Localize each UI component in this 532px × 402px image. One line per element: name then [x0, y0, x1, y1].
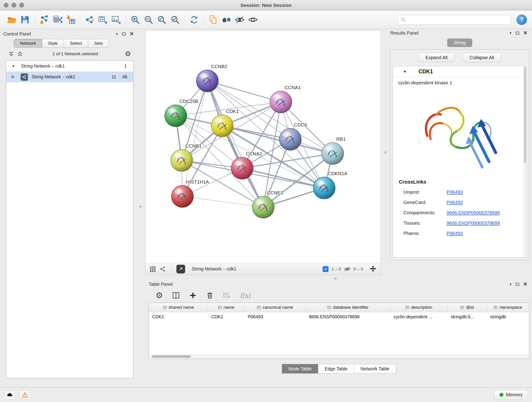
cell-database-identifier[interactable]: 9606.ENSP00000378699: [306, 312, 390, 321]
zoom-selected-button[interactable]: [168, 13, 182, 27]
cell-name[interactable]: CDK1: [208, 312, 244, 321]
maximize-window-button[interactable]: [19, 3, 24, 7]
node-RB1[interactable]: [322, 143, 344, 165]
cell-description[interactable]: cyclin-dependent ...: [390, 312, 447, 321]
splitter-handle[interactable]: [385, 151, 387, 153]
node-CDC6[interactable]: [279, 128, 301, 150]
crosslink-link[interactable]: 9606.ENSP00000378699: [447, 218, 500, 228]
crosslink-link[interactable]: P06493: [447, 228, 463, 238]
share-icon[interactable]: [159, 266, 166, 273]
collapse-all-icon[interactable]: [8, 51, 14, 57]
expand-all-button[interactable]: Expand All: [418, 53, 455, 62]
save-session-button[interactable]: [18, 13, 32, 27]
zoom-in-button[interactable]: [128, 13, 142, 27]
gene-header[interactable]: ▼ CDK1: [393, 66, 526, 77]
table-settings-button[interactable]: ⚙: [156, 291, 163, 300]
column-header-id[interactable]: @id: [447, 303, 487, 312]
cell-shared-name[interactable]: CDK1: [149, 312, 208, 321]
node-CCNB2[interactable]: [196, 70, 218, 92]
node-CDKN1A[interactable]: [313, 177, 335, 199]
grid-icon[interactable]: [149, 266, 156, 273]
cell-namespace[interactable]: stringdb: [487, 312, 529, 321]
tab-select[interactable]: Select: [64, 39, 88, 47]
caret-down-icon[interactable]: ▾: [510, 282, 512, 287]
close-icon[interactable]: ✕: [130, 31, 134, 37]
edge-HIST1H1A-CCNE1[interactable]: [182, 196, 263, 207]
close-icon[interactable]: ✕: [523, 30, 527, 36]
open-session-button[interactable]: [5, 13, 18, 27]
cell-id[interactable]: stringdb:9...: [447, 312, 487, 321]
import-table-button[interactable]: [64, 13, 77, 27]
refresh-button[interactable]: [187, 13, 201, 27]
node-CCNB1[interactable]: [171, 149, 193, 172]
float-icon[interactable]: [516, 32, 519, 35]
tree-caret-icon[interactable]: ▼: [403, 70, 407, 74]
node-CCNA1[interactable]: [270, 91, 292, 113]
cloud-button[interactable]: [4, 390, 16, 400]
column-header-canonical-name[interactable]: canonical name: [244, 303, 306, 312]
delete-column-button[interactable]: [206, 292, 214, 299]
tab-string[interactable]: String: [447, 38, 472, 47]
crosslink-link[interactable]: P06493: [447, 187, 463, 197]
collapse-all-button[interactable]: Collapse All: [462, 53, 501, 62]
splitter-handle[interactable]: [334, 277, 336, 280]
table-hscrollbar[interactable]: [149, 355, 529, 358]
network-collection-row[interactable]: ▼ String Network – cdk1 1: [6, 61, 133, 71]
function-builder-button[interactable]: f(x): [240, 292, 250, 299]
open-in-new-button[interactable]: [177, 265, 185, 274]
gear-icon[interactable]: ⚙: [125, 51, 131, 57]
tab-network[interactable]: Network: [14, 39, 42, 47]
splitter-handle[interactable]: [139, 205, 142, 208]
tree-caret-icon[interactable]: ▼: [12, 64, 15, 68]
memory-button[interactable]: Memory: [494, 390, 528, 400]
tab-sets[interactable]: Sets: [88, 39, 109, 47]
cell-canonical-name[interactable]: P06493: [244, 312, 306, 321]
node-CCNA2[interactable]: [231, 157, 253, 179]
minimize-window-button[interactable]: [12, 3, 16, 7]
hide-selected-button[interactable]: [233, 13, 246, 27]
network-graph[interactable]: CCNB2CCNA1CDC25BCDK1CDC6RB1CCNB1CCNA2CDK…: [146, 31, 380, 263]
tab-edge-table[interactable]: Edge Table: [318, 364, 354, 373]
edge-CCNB2-CCNE1[interactable]: [207, 81, 263, 207]
tab-network-table[interactable]: Network Table: [354, 364, 396, 373]
zoom-fit-button[interactable]: [155, 13, 168, 27]
houses-button[interactable]: [220, 13, 233, 27]
show-columns-button[interactable]: [172, 292, 180, 299]
left-splitter[interactable]: [136, 29, 145, 387]
column-header-database-identifier[interactable]: database identifier: [306, 303, 390, 312]
crosslink-link[interactable]: 9606.ENSP00000378699: [447, 207, 500, 218]
node-CDK1[interactable]: [211, 115, 233, 137]
node-CCNE1[interactable]: [252, 196, 274, 218]
horizontal-splitter[interactable]: [145, 277, 532, 280]
crosshair-icon[interactable]: [369, 265, 377, 273]
column-header-namespace[interactable]: namespace: [487, 303, 529, 312]
warning-button[interactable]: [19, 390, 31, 400]
crosslink-link[interactable]: P06493: [447, 197, 463, 207]
expand-all-icon[interactable]: [17, 51, 23, 57]
float-icon[interactable]: [516, 283, 519, 286]
network-copy-button[interactable]: [83, 13, 96, 27]
network-row-selected[interactable]: String Network – cdk1 11 48: [6, 71, 133, 82]
tab-style[interactable]: Style: [42, 39, 64, 47]
close-icon[interactable]: ✕: [523, 281, 527, 287]
zoom-out-button[interactable]: [142, 13, 155, 27]
search-input[interactable]: [408, 17, 507, 22]
caret-down-icon[interactable]: ▾: [510, 31, 512, 36]
checkbox-icon[interactable]: [323, 266, 329, 272]
scrollbar-thumb[interactable]: [152, 355, 191, 358]
table-row[interactable]: CDK1 CDK1 P06493 9606.ENSP00000378699 cy…: [149, 312, 529, 321]
add-column-button[interactable]: [189, 292, 197, 299]
edge-CCNA2-CDKN1A[interactable]: [242, 168, 324, 188]
image-export-button[interactable]: [109, 13, 123, 27]
import-network-db-button[interactable]: [51, 13, 64, 27]
column-header-description[interactable]: description: [390, 303, 447, 312]
close-window-button[interactable]: [4, 3, 8, 7]
node-CDC25B[interactable]: [165, 105, 187, 127]
right-splitter[interactable]: [381, 29, 390, 277]
table-export-button[interactable]: [96, 13, 109, 27]
column-header-name[interactable]: name: [208, 303, 244, 312]
node-HIST1H1A[interactable]: [171, 185, 193, 207]
column-header-shared-name[interactable]: shared name: [149, 303, 208, 312]
tab-node-table[interactable]: Node Table: [282, 364, 318, 373]
results-scrollbar[interactable]: [523, 66, 526, 257]
